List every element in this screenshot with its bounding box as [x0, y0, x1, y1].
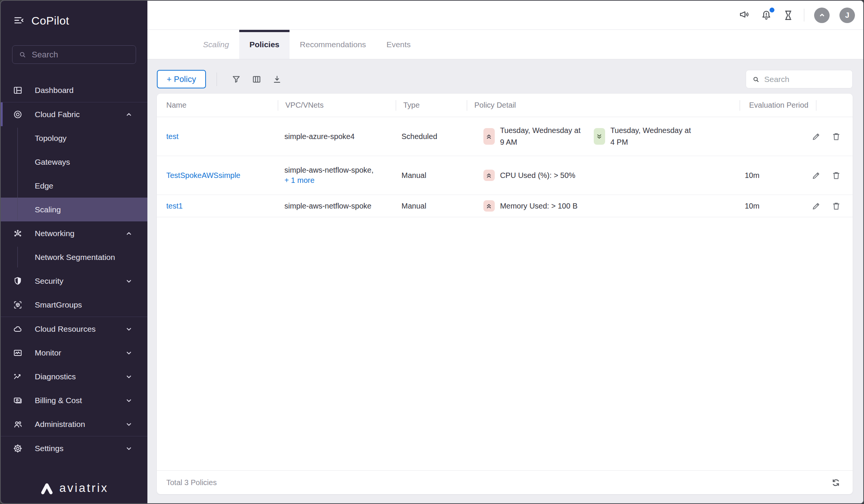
dashboard-icon	[13, 85, 23, 95]
billing-icon	[13, 396, 23, 405]
column-header-policy-detail[interactable]: Policy Detail	[467, 94, 740, 117]
sidebar-group-cloud-fabric: Cloud Fabric Topology Gateways Edge	[1, 102, 147, 221]
sidebar-nav: Dashboard Cloud Fabric Topo	[1, 78, 147, 460]
vpc-value: simple-azure-spoke4	[285, 132, 355, 141]
add-policy-button[interactable]: + Policy	[157, 70, 206, 88]
vpc-value: simple-aws-netflow-spoke,	[285, 166, 374, 175]
sidebar-item-dashboard[interactable]: Dashboard	[1, 78, 147, 102]
sidebar-item-administration[interactable]: Administration	[1, 412, 147, 436]
policy-name-link[interactable]: TestSpokeAWSsimple	[166, 171, 240, 180]
tab-recommendations[interactable]: Recommendations	[290, 30, 376, 59]
sidebar-item-cloud-fabric[interactable]: Cloud Fabric	[1, 102, 147, 126]
policy-detail-entry: Memory Used: > 100 B	[483, 200, 578, 212]
column-header-vpc-vnets[interactable]: VPC/VNets	[278, 94, 396, 117]
search-icon	[19, 51, 26, 59]
type-value: Scheduled	[401, 132, 437, 141]
networking-submenu: Network Segmentation	[1, 245, 147, 269]
delete-trash-icon[interactable]	[831, 201, 841, 211]
type-value: Manual	[401, 202, 426, 210]
column-header-evaluation-period[interactable]: Evaluation Period	[740, 94, 816, 117]
edit-pencil-icon[interactable]	[811, 201, 821, 211]
sidebar-item-label: Edge	[35, 181, 53, 190]
table-header-row: Name VPC/VNets Type Policy Detail Evalua…	[157, 94, 853, 117]
table-row: test simple-azure-spoke4 Scheduled Tuesd…	[157, 117, 853, 156]
sidebar-search[interactable]	[12, 45, 136, 64]
sidebar-item-edge[interactable]: Edge	[1, 174, 147, 198]
delete-trash-icon[interactable]	[831, 170, 841, 181]
sidebar-header: CoPilot	[1, 1, 147, 29]
cloud-fabric-submenu: Topology Gateways Edge Scaling	[1, 126, 147, 221]
sidebar-item-gateways[interactable]: Gateways	[1, 150, 147, 174]
aviatrix-logo: aviatrix	[1, 481, 147, 495]
chevron-down-icon	[125, 420, 133, 428]
delete-trash-icon[interactable]	[831, 131, 841, 142]
app-window: CoPilot Dashboard	[0, 0, 864, 504]
chevron-down-icon	[125, 396, 133, 405]
policy-name-link[interactable]: test1	[166, 202, 183, 210]
vpc-more-link[interactable]: + 1 more	[285, 176, 314, 185]
sidebar-item-label: Scaling	[35, 205, 61, 214]
notifications-bell-icon[interactable]	[760, 9, 773, 22]
policy-detail-entry: Tuesday, Wednesday at 4 PM	[594, 125, 695, 148]
scale-down-badge	[594, 128, 605, 145]
announcements-icon[interactable]	[738, 9, 750, 21]
aviatrix-wordmark: aviatrix	[59, 481, 108, 495]
policy-detail-text: Tuesday, Wednesday at 9 AM	[500, 125, 585, 148]
sidebar-item-label: Topology	[35, 134, 67, 143]
content-area: + Policy	[147, 59, 863, 503]
chevron-down-icon	[125, 349, 133, 357]
evaluation-period-value: 10m	[745, 202, 759, 210]
chevron-down-icon	[125, 444, 133, 453]
sidebar-item-label: Network Segmentation	[35, 253, 115, 262]
upgrade-avatar-button[interactable]	[814, 8, 830, 23]
edit-pencil-icon[interactable]	[811, 131, 821, 142]
sidebar-item-smartgroups[interactable]: SmartGroups	[1, 293, 147, 317]
tab-events[interactable]: Events	[376, 30, 421, 59]
collapse-menu-icon[interactable]	[13, 15, 25, 26]
scale-up-badge	[483, 200, 495, 212]
table-search-input[interactable]	[764, 75, 846, 84]
sidebar-item-label: Security	[1, 277, 63, 286]
sidebar-item-security[interactable]: Security	[1, 269, 147, 293]
refresh-icon[interactable]	[830, 477, 841, 488]
table-row: TestSpokeAWSsimple simple-aws-netflow-sp…	[157, 156, 853, 195]
sidebar-item-network-segmentation[interactable]: Network Segmentation	[1, 245, 147, 269]
table-search[interactable]	[746, 70, 853, 88]
networking-icon	[13, 229, 23, 238]
user-avatar[interactable]: J	[839, 8, 855, 23]
sidebar-item-cloud-resources[interactable]: Cloud Resources	[1, 317, 147, 341]
sidebar-item-monitor[interactable]: Monitor	[1, 341, 147, 365]
toolbar: + Policy	[157, 70, 853, 88]
filter-icon[interactable]	[226, 74, 246, 84]
download-icon[interactable]	[267, 74, 287, 84]
sidebar-item-networking[interactable]: Networking	[1, 221, 147, 245]
sidebar-item-settings[interactable]: Settings	[1, 436, 147, 460]
chevron-down-icon	[125, 277, 133, 285]
sidebar-item-label: Dashboard	[1, 86, 74, 95]
sidebar-item-topology[interactable]: Topology	[1, 126, 147, 150]
chevron-down-icon	[125, 325, 133, 333]
sidebar-item-label: Settings	[1, 444, 63, 453]
sidebar-item-diagnostics[interactable]: Diagnostics	[1, 365, 147, 388]
column-header-name[interactable]: Name	[157, 94, 278, 117]
monitor-icon	[13, 348, 23, 358]
policy-name-link[interactable]: test	[166, 132, 178, 141]
policies-table-card: Name VPC/VNets Type Policy Detail Evalua…	[157, 94, 853, 494]
policy-detail-text: CPU Used (%): > 50%	[500, 170, 576, 181]
sidebar-item-scaling[interactable]: Scaling	[1, 198, 147, 221]
search-icon	[752, 76, 760, 83]
table-row: test1 simple-aws-netflow-spoke Manual Me…	[157, 195, 853, 217]
cloud-fabric-icon	[13, 110, 23, 119]
columns-icon[interactable]	[246, 74, 267, 84]
sidebar-item-billing-cost[interactable]: Billing & Cost	[1, 388, 147, 412]
edit-pencil-icon[interactable]	[811, 170, 821, 181]
chevron-up-icon	[125, 229, 133, 238]
tasks-hourglass-icon[interactable]	[782, 9, 794, 21]
sidebar-search-input[interactable]	[32, 50, 130, 60]
column-header-type[interactable]: Type	[396, 94, 467, 117]
toolbar-divider	[217, 73, 217, 86]
tab-policies[interactable]: Policies	[239, 30, 290, 59]
tab-scaling[interactable]: Scaling	[193, 30, 239, 59]
scale-up-badge	[483, 170, 495, 181]
sidebar-group-networking: Networking Network Segmentation	[1, 221, 147, 269]
